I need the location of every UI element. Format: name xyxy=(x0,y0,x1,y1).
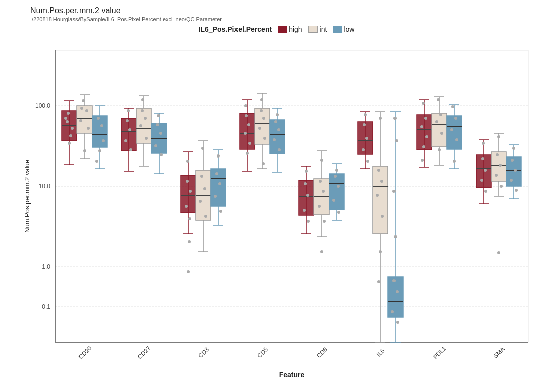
svg-point-215 xyxy=(424,117,427,120)
chart-container: Num.Pos.per.mm.2 value ./220818 Hourglas… xyxy=(0,0,553,392)
svg-rect-136 xyxy=(299,180,314,215)
svg-point-64 xyxy=(156,123,159,126)
svg-point-157 xyxy=(320,159,323,162)
svg-rect-109 xyxy=(255,108,270,144)
svg-point-63 xyxy=(141,98,144,101)
svg-point-27 xyxy=(64,117,67,120)
legend-box-high xyxy=(278,26,287,33)
svg-point-182 xyxy=(366,160,369,163)
x-tick-il6: IL6 xyxy=(375,347,386,358)
svg-point-89 xyxy=(188,240,191,243)
svg-rect-177 xyxy=(388,277,403,317)
svg-point-36 xyxy=(98,149,101,152)
svg-point-154 xyxy=(322,190,325,193)
svg-point-251 xyxy=(499,164,502,167)
svg-point-260 xyxy=(512,147,515,150)
svg-point-218 xyxy=(422,145,425,148)
svg-rect-212 xyxy=(447,116,462,149)
svg-point-220 xyxy=(437,98,440,101)
svg-point-184 xyxy=(377,169,380,172)
x-tick-cd3: CD3 xyxy=(197,346,210,359)
svg-point-29 xyxy=(85,109,88,112)
svg-point-179 xyxy=(363,123,366,126)
legend-item-high: high xyxy=(278,25,302,33)
svg-point-255 xyxy=(497,251,500,254)
svg-rect-233 xyxy=(476,155,491,188)
svg-point-197 xyxy=(395,139,398,142)
legend-label-int: int xyxy=(320,25,327,33)
svg-rect-146 xyxy=(329,174,344,210)
svg-point-192 xyxy=(396,290,399,293)
legend-label-high: high xyxy=(289,25,302,33)
svg-rect-172 xyxy=(373,166,388,234)
svg-point-38 xyxy=(95,160,98,163)
svg-point-252 xyxy=(495,174,498,177)
svg-point-30 xyxy=(79,119,82,122)
svg-point-24 xyxy=(66,120,69,123)
x-tick-cd20: CD20 xyxy=(77,345,93,361)
y-tick-100: 100.0 xyxy=(35,102,50,109)
svg-point-131 xyxy=(278,148,281,151)
svg-rect-167 xyxy=(358,122,373,154)
svg-point-56 xyxy=(124,139,127,142)
x-tick-sma: SMA xyxy=(492,346,506,360)
svg-point-96 xyxy=(215,172,218,175)
svg-point-90 xyxy=(187,270,190,273)
svg-point-67 xyxy=(160,153,163,156)
svg-point-100 xyxy=(217,154,220,158)
svg-point-152 xyxy=(305,170,308,173)
svg-point-185 xyxy=(380,180,383,183)
x-tick-cd27: CD27 xyxy=(136,345,152,361)
svg-point-99 xyxy=(219,210,222,213)
svg-point-247 xyxy=(480,179,483,182)
svg-point-188 xyxy=(379,250,382,253)
svg-point-119 xyxy=(248,142,251,145)
x-tick-cd8: CD8 xyxy=(315,346,329,359)
svg-point-256 xyxy=(511,159,514,162)
legend-label-low: low xyxy=(344,25,354,33)
svg-point-250 xyxy=(496,153,499,156)
svg-point-132 xyxy=(276,113,279,116)
svg-point-159 xyxy=(334,175,337,178)
svg-point-221 xyxy=(439,113,442,116)
svg-point-183 xyxy=(364,113,367,116)
legend-item-int: int xyxy=(308,25,327,33)
svg-point-122 xyxy=(260,109,263,112)
svg-point-32 xyxy=(83,149,86,152)
svg-rect-243 xyxy=(506,157,521,186)
svg-point-156 xyxy=(323,220,326,223)
svg-point-259 xyxy=(515,189,518,192)
svg-point-224 xyxy=(438,148,441,151)
svg-point-257 xyxy=(514,169,517,172)
svg-point-254 xyxy=(497,135,500,138)
svg-point-91 xyxy=(200,175,203,178)
x-tick-pdl1: PDL1 xyxy=(432,345,447,360)
svg-point-129 xyxy=(277,128,280,131)
svg-point-155 xyxy=(318,205,321,208)
svg-point-60 xyxy=(144,117,147,120)
svg-rect-42 xyxy=(121,118,136,151)
svg-point-222 xyxy=(435,120,438,123)
svg-rect-202 xyxy=(417,115,432,150)
svg-point-124 xyxy=(258,127,261,130)
svg-point-120 xyxy=(246,152,249,155)
svg-point-84 xyxy=(186,180,189,183)
svg-point-130 xyxy=(273,138,276,141)
svg-point-158 xyxy=(320,250,323,253)
svg-point-98 xyxy=(214,195,217,198)
svg-point-31 xyxy=(87,127,90,130)
svg-point-181 xyxy=(362,148,365,151)
svg-point-66 xyxy=(154,144,157,147)
svg-rect-114 xyxy=(270,120,285,154)
svg-point-57 xyxy=(129,148,132,151)
y-axis-label: Num.Pos.per.mm.2 value xyxy=(23,160,31,233)
svg-point-248 xyxy=(484,190,487,193)
svg-point-214 xyxy=(422,102,425,105)
svg-point-228 xyxy=(455,138,458,141)
svg-point-195 xyxy=(394,235,397,238)
chart-title: Num.Pos.per.mm.2 value xyxy=(30,6,121,15)
chart-subtitle: ./220818 Hourglass/BySample/IL6_Pos.Pixe… xyxy=(30,16,222,22)
svg-point-95 xyxy=(201,147,204,150)
y-tick-0.1: 0.1 xyxy=(42,303,50,310)
svg-point-191 xyxy=(392,279,396,282)
